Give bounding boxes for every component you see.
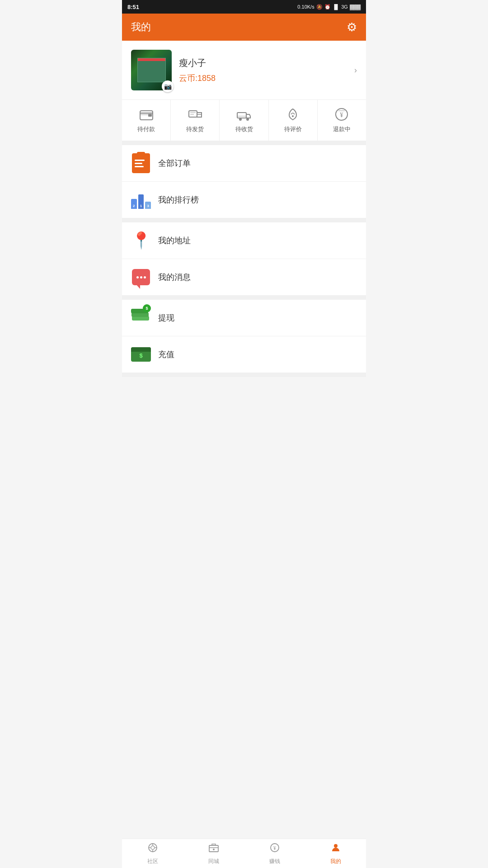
profile-coins: 云币:1858 <box>179 73 357 84</box>
messages-icon-wrap <box>131 267 151 287</box>
delivery-icon <box>237 107 251 122</box>
profile-info: 瘦小子 云币:1858 <box>179 57 357 84</box>
menu-all-orders[interactable]: 全部订单 <box>122 145 366 182</box>
all-orders-label: 全部订单 <box>158 158 191 169</box>
svg-rect-4 <box>190 112 196 113</box>
separator-4 <box>122 373 366 377</box>
review-icon <box>286 107 300 122</box>
order-pending-review-label: 待评价 <box>284 125 302 133</box>
address-label: 我的地址 <box>158 235 191 246</box>
camera-icon[interactable]: 📷 <box>162 80 174 92</box>
order-line-1 <box>135 160 145 161</box>
alarm-icon: ⏰ <box>324 4 331 10</box>
order-pending-receive[interactable]: 待收货 <box>220 100 268 141</box>
order-refunding-label: 退款中 <box>333 125 351 133</box>
ranking-label: 我的排行榜 <box>158 194 199 205</box>
network-speed: 0.10K/s <box>297 4 314 9</box>
svg-text:¥: ¥ <box>340 112 343 118</box>
recharge-label: 充值 <box>158 349 174 360</box>
avatar[interactable]: 📷 <box>131 50 172 90</box>
signal-icon: ▐▌ <box>333 4 340 9</box>
menu-address[interactable]: 📍 我的地址 <box>122 222 366 259</box>
svg-point-8 <box>246 118 249 121</box>
status-right: 0.10K/s 🔕 ⏰ ▐▌ 3G ▓▓▓ <box>297 4 361 10</box>
recharge-icon-wrap: $ <box>131 344 151 364</box>
order-pending-payment-label: 待付款 <box>137 125 155 133</box>
menu-withdraw[interactable]: $ 提现 <box>122 300 366 336</box>
all-orders-icon-wrap <box>131 153 151 173</box>
address-icon-wrap: 📍 <box>131 231 151 250</box>
recharge-icon: $ <box>131 347 151 362</box>
withdraw-icon-wrap: $ <box>131 308 151 328</box>
profile-name: 瘦小子 <box>179 57 357 69</box>
rank-bar-3: 3 <box>145 202 151 209</box>
order-line-3 <box>135 166 144 167</box>
rank-bar-2: 2 <box>131 199 137 209</box>
svg-rect-2 <box>148 114 152 117</box>
page-title: 我的 <box>131 20 151 34</box>
orders-icon <box>132 153 150 173</box>
menu-section-2: 📍 我的地址 我的消息 <box>122 222 366 295</box>
withdraw-label: 提现 <box>158 312 174 323</box>
wallet-icon <box>139 107 154 122</box>
message-icon <box>132 269 150 285</box>
order-line-2 <box>135 163 142 164</box>
battery-icon: ▓▓▓ <box>350 4 361 9</box>
order-pending-payment[interactable]: 待付款 <box>122 100 171 141</box>
status-time: 8:51 <box>127 4 139 10</box>
menu-recharge[interactable]: $ 充值 <box>122 336 366 373</box>
ranking-icon-wrap: 2 1 3 <box>131 190 151 210</box>
menu-ranking[interactable]: 2 1 3 我的排行榜 <box>122 182 366 218</box>
ranking-icon: 2 1 3 <box>131 191 151 209</box>
separator-1 <box>122 141 366 145</box>
order-pending-ship-label: 待发货 <box>186 125 204 133</box>
status-bar: 8:51 0.10K/s 🔕 ⏰ ▐▌ 3G ▓▓▓ <box>122 0 366 14</box>
location-icon: 📍 <box>131 231 151 250</box>
order-status-bar: 待付款 待发货 待收货 <box>122 99 366 141</box>
order-pending-ship[interactable]: 待发货 <box>171 100 220 141</box>
menu-section-3: $ 提现 $ 充值 <box>122 300 366 373</box>
order-pending-receive-label: 待收货 <box>235 125 253 133</box>
svg-rect-5 <box>190 114 194 115</box>
mute-icon: 🔕 <box>316 4 323 10</box>
header: 我的 ⚙ <box>122 14 366 41</box>
ship-icon <box>188 107 202 122</box>
svg-point-9 <box>292 115 294 117</box>
profile-section[interactable]: 📷 瘦小子 云币:1858 › <box>122 41 366 99</box>
network-type: 3G <box>341 4 348 9</box>
settings-icon[interactable]: ⚙ <box>347 20 357 34</box>
refund-icon: ¥ <box>334 107 349 122</box>
order-pending-review[interactable]: 待评价 <box>269 100 318 141</box>
menu-section-1: 全部订单 2 1 3 我的排行榜 <box>122 145 366 218</box>
withdraw-icon: $ <box>131 308 151 328</box>
separator-3 <box>122 295 366 300</box>
svg-rect-6 <box>237 113 246 118</box>
separator-2 <box>122 218 366 222</box>
order-refunding[interactable]: ¥ 退款中 <box>318 100 366 141</box>
profile-arrow-icon[interactable]: › <box>354 66 357 75</box>
rank-bar-1: 1 <box>138 194 144 209</box>
menu-messages[interactable]: 我的消息 <box>122 259 366 295</box>
svg-point-7 <box>239 118 242 121</box>
messages-label: 我的消息 <box>158 272 191 283</box>
